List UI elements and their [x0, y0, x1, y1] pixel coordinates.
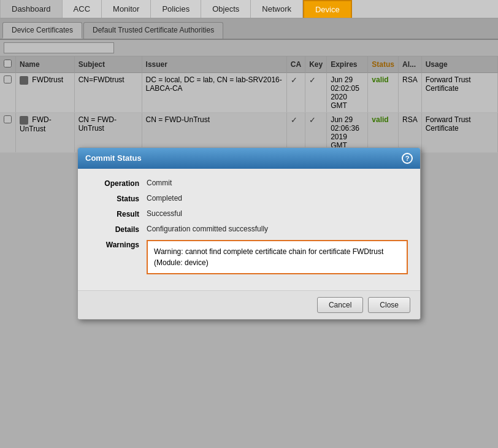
top-nav: Dashboard ACC Monitor Policies Objects N…: [0, 0, 498, 18]
label-result: Result: [90, 209, 139, 218]
nav-tab-acc[interactable]: ACC: [63, 0, 102, 18]
nav-tab-device[interactable]: Device: [303, 0, 352, 18]
nav-tab-monitor[interactable]: Monitor: [102, 0, 151, 18]
nav-tab-dashboard[interactable]: Dashboard: [0, 0, 63, 18]
modal-header: Commit Status ?: [78, 148, 420, 169]
modal-overlay: Commit Status ? Operation Commit Status …: [0, 18, 498, 448]
nav-tab-objects[interactable]: Objects: [201, 0, 251, 18]
modal-header-right: ?: [402, 153, 413, 164]
cancel-button[interactable]: Cancel: [317, 297, 363, 313]
modal-row-details: Details Configuration committed successf…: [90, 225, 408, 234]
value-operation: Commit: [147, 179, 172, 187]
value-status: Completed: [147, 194, 182, 203]
label-warnings: Warnings: [90, 240, 139, 249]
modal-row-warnings: Warnings Warning: cannot find complete c…: [90, 240, 408, 274]
value-details: Configuration committed successfully: [147, 225, 268, 233]
warnings-text: Warning: cannot find complete certificat…: [154, 247, 383, 267]
modal-body: Operation Commit Status Completed Result…: [78, 169, 420, 290]
nav-tab-network[interactable]: Network: [251, 0, 303, 18]
label-status: Status: [90, 194, 139, 203]
nav-tab-policies[interactable]: Policies: [151, 0, 201, 18]
modal-row-operation: Operation Commit: [90, 179, 408, 188]
modal-row-result: Result Successful: [90, 209, 408, 218]
modal-footer: Cancel Close: [78, 290, 420, 319]
warnings-box: Warning: cannot find complete certificat…: [147, 240, 408, 274]
label-operation: Operation: [90, 179, 139, 188]
modal-title: Commit Status: [85, 153, 142, 163]
close-button[interactable]: Close: [368, 297, 410, 313]
help-icon[interactable]: ?: [402, 153, 413, 164]
content-area: Device Certificates Default Trusted Cert…: [0, 18, 498, 448]
modal-row-status: Status Completed: [90, 194, 408, 203]
value-result: Successful: [147, 209, 182, 218]
commit-status-modal: Commit Status ? Operation Commit Status …: [77, 147, 421, 320]
label-details: Details: [90, 225, 139, 234]
